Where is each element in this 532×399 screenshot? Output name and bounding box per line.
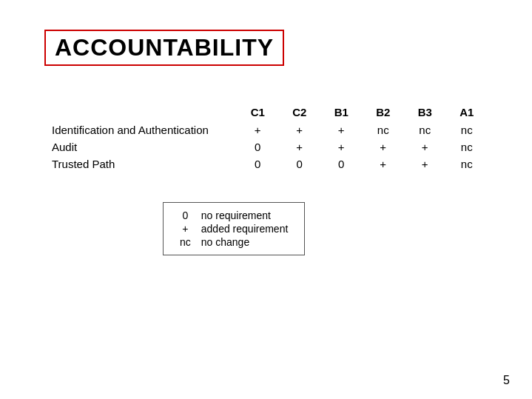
row-cell: 0 <box>279 155 321 172</box>
legend-body: 0no requirement+added requirementncno ch… <box>175 209 292 249</box>
row-cell: 0 <box>237 155 279 172</box>
legend-box: 0no requirement+added requirementncno ch… <box>163 202 305 255</box>
row-cell: + <box>363 138 405 155</box>
row-label: Identification and Authentication <box>44 121 237 138</box>
row-cell: nc <box>446 155 488 172</box>
row-cell: + <box>279 138 321 155</box>
row-label: Audit <box>44 138 237 155</box>
row-cell: + <box>363 155 405 172</box>
slide-container: ACCOUNTABILITY C1 C2 B1 B2 B3 A1 Identif… <box>0 0 532 399</box>
legend-description: added requirement <box>197 222 293 235</box>
legend-table: 0no requirement+added requirementncno ch… <box>175 209 292 249</box>
table-header-row: C1 C2 B1 B2 B3 A1 <box>44 103 488 121</box>
table-row: Identification and Authentication+++ncnc… <box>44 121 488 138</box>
table-row: Audit0++++nc <box>44 138 488 155</box>
row-cell: 0 <box>237 138 279 155</box>
legend-symbol: nc <box>175 235 197 249</box>
legend-symbol: 0 <box>175 209 197 222</box>
col-header-c2: C2 <box>279 103 321 121</box>
row-cell: + <box>237 121 279 138</box>
row-label: Trusted Path <box>44 155 237 172</box>
legend-row: 0no requirement <box>175 209 292 222</box>
legend-symbol: + <box>175 222 197 235</box>
title-box: ACCOUNTABILITY <box>44 30 284 66</box>
row-cell: + <box>404 155 446 172</box>
legend-description: no requirement <box>197 209 293 222</box>
main-table: C1 C2 B1 B2 B3 A1 Identification and Aut… <box>44 103 488 172</box>
row-cell: nc <box>446 138 488 155</box>
page-number: 5 <box>503 374 510 387</box>
row-cell: + <box>320 138 363 155</box>
col-header-b3: B3 <box>404 103 446 121</box>
col-header-b2: B2 <box>363 103 405 121</box>
legend-row: +added requirement <box>175 222 292 235</box>
row-cell: + <box>279 121 321 138</box>
row-cell: nc <box>404 121 446 138</box>
row-cell: + <box>320 121 363 138</box>
legend-description: no change <box>197 235 293 249</box>
slide-title: ACCOUNTABILITY <box>55 34 274 61</box>
row-cell: nc <box>363 121 405 138</box>
table-row: Trusted Path000++nc <box>44 155 488 172</box>
legend-row: ncno change <box>175 235 292 249</box>
col-header-b1: B1 <box>320 103 363 121</box>
row-cell: nc <box>446 121 488 138</box>
col-header-c1: C1 <box>237 103 279 121</box>
row-cell: + <box>404 138 446 155</box>
col-header-a1: A1 <box>446 103 488 121</box>
row-cell: 0 <box>320 155 363 172</box>
col-header-label <box>44 103 237 121</box>
table-body: Identification and Authentication+++ncnc… <box>44 121 488 172</box>
